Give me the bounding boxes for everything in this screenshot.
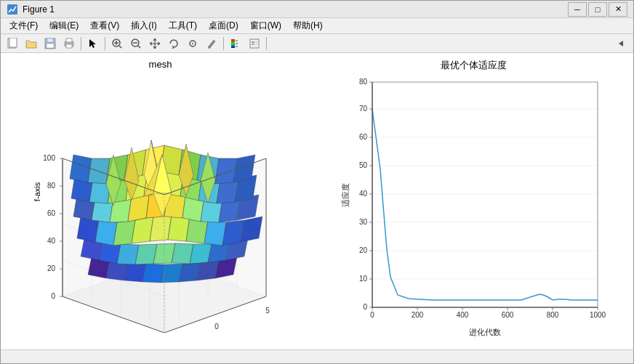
- svg-rect-5: [47, 44, 54, 48]
- insert-colorbar-button[interactable]: [227, 36, 244, 52]
- svg-text:0: 0: [370, 311, 374, 319]
- svg-text:800: 800: [546, 311, 558, 319]
- menu-view[interactable]: 查看(V): [84, 18, 125, 33]
- menu-tools[interactable]: 工具(T): [163, 18, 203, 33]
- svg-marker-27: [619, 41, 623, 46]
- svg-rect-4: [47, 39, 53, 42]
- zoom-out-button[interactable]: [127, 36, 145, 52]
- svg-marker-76: [168, 215, 190, 241]
- mesh-plot[interactable]: f-axis: [26, 71, 295, 340]
- svg-text:20: 20: [358, 246, 367, 254]
- svg-line-15: [138, 46, 140, 48]
- svg-line-12: [119, 46, 121, 48]
- svg-text:0: 0: [363, 303, 367, 311]
- svg-rect-7: [66, 39, 72, 42]
- toolbar-separator-3: [223, 37, 224, 50]
- svg-marker-64: [117, 244, 139, 264]
- window-icon: [7, 4, 18, 15]
- rotate-button[interactable]: [165, 36, 182, 52]
- mesh-plot-title: mesh: [149, 59, 172, 70]
- svg-text:80: 80: [358, 78, 367, 86]
- main-window: Figure 1 ─ □ ✕ 文件(F) 编辑(E) 查看(V) 插入(I) 工…: [0, 0, 634, 364]
- menu-edit[interactable]: 编辑(E): [44, 18, 84, 33]
- svg-text:20: 20: [47, 264, 55, 272]
- svg-text:200: 200: [411, 311, 423, 319]
- svg-rect-18: [231, 39, 235, 48]
- insert-legend-button[interactable]: [246, 36, 263, 52]
- select-button[interactable]: [84, 36, 102, 52]
- mesh-plot-container: mesh f-axis: [7, 59, 314, 344]
- svg-marker-78: [204, 220, 226, 246]
- svg-text:0: 0: [51, 292, 55, 300]
- menu-help[interactable]: 帮助(H): [287, 18, 329, 33]
- pan-button[interactable]: [146, 36, 164, 52]
- brush-button[interactable]: [203, 36, 220, 52]
- svg-marker-56: [124, 262, 146, 282]
- minimize-button[interactable]: ─: [568, 2, 587, 17]
- window-controls: ─ □ ✕: [568, 2, 627, 17]
- content-area: mesh f-axis: [1, 53, 633, 349]
- svg-text:40: 40: [47, 237, 55, 245]
- svg-text:100: 100: [43, 154, 55, 162]
- svg-rect-22: [250, 39, 259, 48]
- svg-text:80: 80: [47, 182, 55, 190]
- menu-insert[interactable]: 插入(I): [125, 18, 162, 33]
- svg-marker-57: [143, 264, 164, 283]
- svg-text:50: 50: [358, 161, 367, 169]
- menu-file[interactable]: 文件(F): [4, 18, 44, 33]
- svg-marker-101: [70, 155, 92, 182]
- print-button[interactable]: [60, 36, 78, 52]
- svg-text:10: 10: [358, 275, 367, 283]
- save-button[interactable]: [41, 36, 59, 52]
- svg-text:5: 5: [265, 307, 270, 315]
- window-title: Figure 1: [23, 4, 568, 15]
- new-figure-button[interactable]: [4, 36, 21, 52]
- fitness-plot[interactable]: 0 10 20 30 40: [340, 75, 609, 344]
- hide-toolbar-button[interactable]: [613, 36, 630, 52]
- fitness-plot-container: 最优个体适应度 0 10 20: [320, 59, 627, 344]
- mesh-svg: 0 20 40 60 80 100: [26, 71, 295, 333]
- data-cursor-button[interactable]: [184, 36, 201, 52]
- svg-text:70: 70: [358, 105, 367, 113]
- close-button[interactable]: ✕: [609, 2, 627, 17]
- svg-marker-67: [172, 243, 193, 264]
- svg-text:30: 30: [358, 218, 367, 226]
- toolbar-separator-1: [81, 37, 81, 50]
- svg-text:0: 0: [214, 323, 219, 331]
- svg-text:400: 400: [456, 311, 468, 319]
- fitness-plot-title: 最优个体适应度: [441, 59, 507, 72]
- svg-rect-135: [372, 82, 598, 307]
- status-bar: [1, 349, 633, 363]
- svg-text:40: 40: [358, 190, 367, 198]
- svg-text:1000: 1000: [589, 311, 606, 319]
- svg-point-17: [192, 43, 193, 44]
- menu-desktop[interactable]: 桌面(D): [203, 18, 244, 33]
- svg-text:60: 60: [47, 209, 55, 217]
- svg-text:60: 60: [358, 133, 367, 141]
- svg-marker-72: [95, 220, 117, 246]
- open-button[interactable]: [23, 36, 40, 52]
- svg-rect-0: [7, 4, 17, 15]
- svg-text:600: 600: [501, 311, 513, 319]
- zoom-in-button[interactable]: [108, 36, 126, 52]
- title-bar: Figure 1 ─ □ ✕: [1, 1, 633, 18]
- toolbar-separator-2: [105, 37, 105, 50]
- toolbar-separator-4: [266, 37, 267, 50]
- fitness-svg: 0 10 20 30 40: [340, 75, 609, 347]
- menu-window[interactable]: 窗口(W): [244, 18, 287, 33]
- svg-text:进化代数: 进化代数: [469, 328, 501, 336]
- svg-text:适应度: 适应度: [341, 183, 350, 207]
- maximize-button[interactable]: □: [588, 2, 607, 17]
- toolbar: [1, 34, 633, 53]
- menu-bar: 文件(F) 编辑(E) 查看(V) 插入(I) 工具(T) 桌面(D) 窗口(W…: [1, 18, 633, 34]
- svg-rect-2: [9, 38, 17, 47]
- svg-rect-8: [66, 44, 72, 48]
